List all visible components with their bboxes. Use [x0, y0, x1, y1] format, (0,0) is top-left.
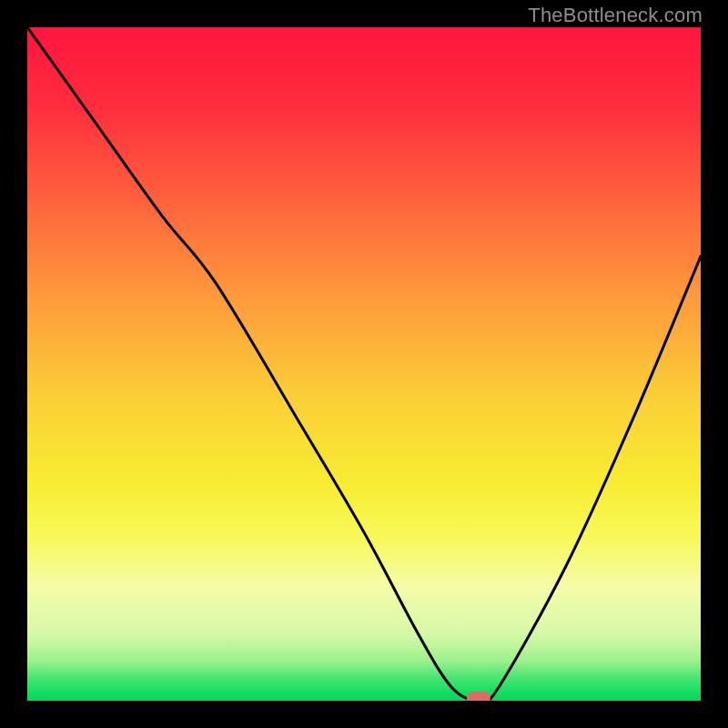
plot-area	[27, 27, 701, 701]
watermark-text: TheBottleneck.com	[528, 4, 703, 27]
chart-frame: TheBottleneck.com	[0, 0, 728, 728]
optimum-marker	[467, 692, 490, 701]
chart-svg	[27, 27, 701, 701]
gradient-background	[27, 27, 701, 701]
